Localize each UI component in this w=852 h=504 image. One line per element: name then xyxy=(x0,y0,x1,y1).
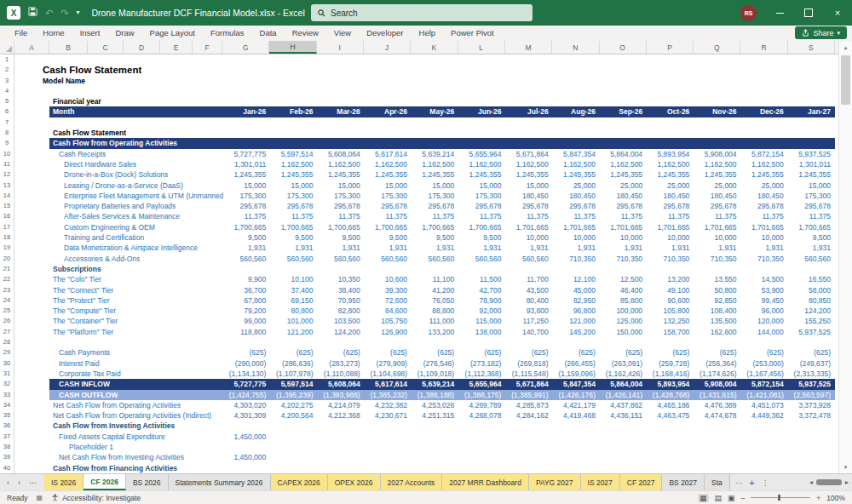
cell[interactable]: 9,500 xyxy=(270,232,317,243)
cell[interactable]: 121,000 xyxy=(553,316,600,326)
cell[interactable]: 1,245,355 xyxy=(270,169,317,180)
cell[interactable]: (625) xyxy=(317,347,364,358)
sheet-tab-statements-summary-2026[interactable]: Statements Summary 2026 xyxy=(169,474,271,490)
cell[interactable]: 295,678 xyxy=(365,201,412,211)
cell[interactable]: 45,000 xyxy=(553,285,600,295)
zoom-in-button[interactable]: + xyxy=(816,494,820,502)
cell[interactable] xyxy=(505,452,552,462)
cell[interactable]: 5,655,964 xyxy=(458,149,505,159)
row-label[interactable]: Financial year xyxy=(53,96,101,106)
cell[interactable]: 1,245,355 xyxy=(412,169,458,180)
row-number-33[interactable]: 33 xyxy=(0,390,14,400)
cell[interactable]: 11,100 xyxy=(412,274,458,284)
cell[interactable]: 5,937,525 xyxy=(788,379,835,389)
cell[interactable]: (625) xyxy=(741,347,788,358)
row-number-9[interactable]: 9 xyxy=(0,138,14,148)
cell[interactable]: 4,474,678 xyxy=(694,410,740,421)
cell[interactable]: 1,700,665 xyxy=(317,222,364,232)
cell[interactable]: 69,150 xyxy=(270,295,317,306)
cell[interactable]: 158,700 xyxy=(647,327,694,337)
cell[interactable]: (1,107,978) xyxy=(270,369,317,379)
cell[interactable]: 125,000 xyxy=(600,316,647,326)
cell[interactable]: 180,450 xyxy=(647,191,694,201)
cell[interactable]: 105,800 xyxy=(647,306,694,316)
page-layout-view-button[interactable]: ▤ xyxy=(715,494,722,502)
row-number-38[interactable]: 38 xyxy=(0,442,14,452)
row-number-6[interactable]: 6 xyxy=(0,106,14,117)
cell[interactable] xyxy=(505,432,552,442)
cell[interactable]: (276,546) xyxy=(412,358,458,369)
cell[interactable]: (286,636) xyxy=(270,358,317,369)
cell[interactable]: 39,300 xyxy=(365,285,412,295)
cell[interactable]: (625) xyxy=(647,347,694,358)
column-header-q[interactable]: Q xyxy=(694,41,740,54)
cell[interactable]: 25,000 xyxy=(741,180,788,191)
cell[interactable]: 1,931 xyxy=(317,243,364,253)
cell[interactable]: 4,202,275 xyxy=(270,400,317,410)
cell[interactable]: (1,421,081) xyxy=(741,390,788,400)
search-input[interactable]: Search xyxy=(311,4,532,21)
cell[interactable]: 67,800 xyxy=(223,295,270,306)
row-label[interactable]: Cash Flow from Financing Activities xyxy=(53,463,177,473)
row-number-21[interactable]: 21 xyxy=(0,264,14,274)
row-label[interactable]: The "Protect" Tier xyxy=(53,295,110,306)
zoom-out-button[interactable]: – xyxy=(741,494,746,502)
column-header-i[interactable]: I xyxy=(317,41,364,54)
cell[interactable]: 11,375 xyxy=(553,211,600,221)
row-label[interactable]: Net Cash Flow from Investing Activities xyxy=(59,452,184,462)
cell[interactable]: 53,900 xyxy=(741,285,788,295)
cell[interactable]: 96,000 xyxy=(741,306,788,316)
cell[interactable]: 4,421,179 xyxy=(553,400,600,410)
row-number-39[interactable]: 39 xyxy=(0,452,14,462)
cell[interactable]: 1,301,011 xyxy=(223,159,270,169)
cell[interactable]: (249,637) xyxy=(788,358,835,369)
cell[interactable] xyxy=(412,432,458,442)
cell[interactable]: 15,000 xyxy=(505,180,552,191)
minimize-button[interactable] xyxy=(765,0,794,26)
cell[interactable]: 72,600 xyxy=(365,295,412,306)
cell[interactable] xyxy=(365,452,412,462)
cell[interactable]: 560,560 xyxy=(270,254,317,264)
cell[interactable]: 25,000 xyxy=(647,180,694,191)
horizontal-scrollbar[interactable]: ◂ ▸ xyxy=(809,474,852,490)
new-sheet-button[interactable]: + xyxy=(749,478,754,488)
cell[interactable]: May-26 xyxy=(412,106,458,117)
cell[interactable]: Jun-26 xyxy=(458,106,505,117)
cell[interactable]: 180,450 xyxy=(694,191,740,201)
cell[interactable]: 1,701,665 xyxy=(505,222,552,232)
cell[interactable]: 15,000 xyxy=(365,180,412,191)
cell[interactable] xyxy=(365,432,412,442)
cell[interactable]: 88,800 xyxy=(412,306,458,316)
row-label[interactable]: Net Cash Flow from Operating Activities … xyxy=(53,410,211,421)
cell[interactable]: 50,800 xyxy=(694,285,740,295)
cell[interactable]: 70,950 xyxy=(317,295,364,306)
scroll-up-icon[interactable]: ▴ xyxy=(839,42,852,54)
cell[interactable]: (2,313,335) xyxy=(788,369,835,379)
row-label[interactable]: Training and Certification xyxy=(64,232,144,243)
scroll-right-icon[interactable]: ▸ xyxy=(845,478,849,486)
cell[interactable]: 11,700 xyxy=(505,274,552,284)
cell[interactable]: 155,250 xyxy=(788,316,835,326)
menu-item-page-layout[interactable]: Page Layout xyxy=(142,26,203,41)
cell[interactable]: 4,463,475 xyxy=(647,410,694,421)
more-tabs-icon[interactable]: ⋯ xyxy=(735,478,743,487)
cell[interactable]: 38,400 xyxy=(317,285,364,295)
cell[interactable]: Jan-27 xyxy=(788,106,835,117)
cell[interactable]: 10,350 xyxy=(317,274,364,284)
row-number-26[interactable]: 26 xyxy=(0,316,14,326)
cell[interactable]: 180,450 xyxy=(600,191,647,201)
vertical-scroll-thumb[interactable] xyxy=(841,55,850,105)
cell[interactable]: 84,600 xyxy=(365,306,412,316)
cell[interactable]: 4,476,389 xyxy=(694,400,740,410)
cell[interactable]: 1,931 xyxy=(647,243,694,253)
row-label[interactable]: Data Monetization & Airspace Intelligenc… xyxy=(64,243,198,253)
cell[interactable]: 15,000 xyxy=(788,180,835,191)
cell[interactable]: 1,245,355 xyxy=(365,169,412,180)
excel-app-icon[interactable]: X xyxy=(7,6,20,20)
cell[interactable]: 150,000 xyxy=(600,327,647,337)
row-number-30[interactable]: 30 xyxy=(0,358,14,369)
cell[interactable]: 710,350 xyxy=(553,254,600,264)
cell[interactable]: 5,617,614 xyxy=(365,149,412,159)
cell[interactable]: 1,162,500 xyxy=(365,159,412,169)
sheet-tab-opex-2026[interactable]: OPEX 2026 xyxy=(328,474,381,490)
